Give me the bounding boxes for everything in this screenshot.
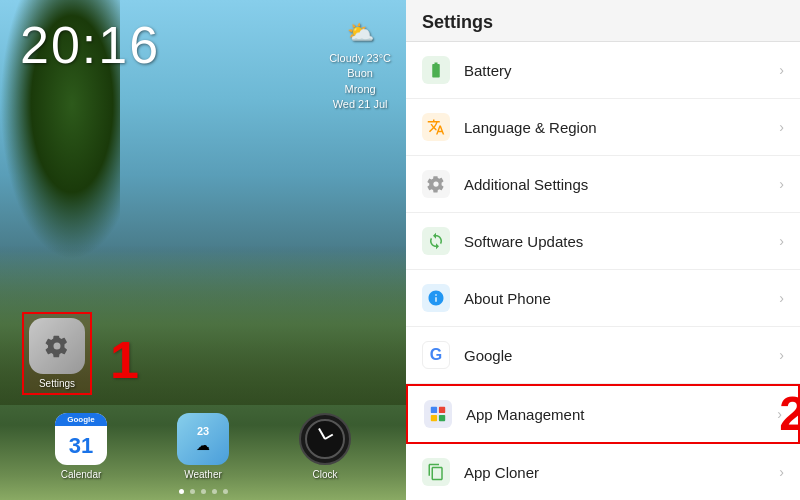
dot-1 [179, 489, 184, 494]
battery-chevron: › [779, 62, 784, 78]
weather-condition: Buon [329, 66, 391, 81]
calendar-icon[interactable]: Google 31 [55, 413, 107, 465]
google-g-letter: G [430, 346, 442, 364]
settings-item-google[interactable]: G Google › [406, 327, 800, 384]
settings-item-software[interactable]: Software Updates › [406, 213, 800, 270]
clock-face [305, 419, 345, 459]
settings-list: Battery › Language & Region › Additional… [406, 42, 800, 500]
calendar-app[interactable]: Google 31 Calendar [55, 413, 107, 480]
dot-3 [201, 489, 206, 494]
settings-item-battery[interactable]: Battery › [406, 42, 800, 99]
language-icon [422, 113, 450, 141]
weather-app[interactable]: 23 ☁ Weather [177, 413, 229, 480]
clock-app-icon[interactable] [299, 413, 351, 465]
weather-date: Wed 21 Jul [329, 97, 391, 112]
settings-panel: Settings Battery › Language & Region › A… [406, 0, 800, 500]
weather-app-label: Weather [184, 469, 222, 480]
battery-label: Battery [464, 62, 779, 79]
language-chevron: › [779, 119, 784, 135]
appmanagement-label: App Management [466, 406, 777, 423]
weather-widget: ⛅ Cloudy 23°C Buon Mrong Wed 21 Jul [329, 18, 391, 112]
google-label: Google [464, 347, 779, 364]
dot-2 [190, 489, 195, 494]
settings-title: Settings [406, 0, 800, 42]
appcloner-label: App Cloner [464, 464, 779, 481]
settings-app-label: Settings [28, 378, 86, 389]
software-label: Software Updates [464, 233, 779, 250]
software-chevron: › [779, 233, 784, 249]
calendar-date: 31 [55, 426, 107, 465]
step-1-label: 1 [110, 330, 139, 390]
language-label: Language & Region [464, 119, 779, 136]
settings-item-appcloner[interactable]: App Cloner › [406, 444, 800, 500]
phone-screen: 20:16 ⛅ Cloudy 23°C Buon Mrong Wed 21 Ju… [0, 0, 406, 500]
google-chevron: › [779, 347, 784, 363]
settings-app-container[interactable]: Settings [22, 312, 92, 395]
additional-label: Additional Settings [464, 176, 779, 193]
appcloner-icon [422, 458, 450, 486]
settings-item-about[interactable]: About Phone › [406, 270, 800, 327]
about-icon [422, 284, 450, 312]
weather-temp: Cloudy 23°C [329, 51, 391, 66]
dot-4 [212, 489, 217, 494]
step-2-label: 2 [779, 390, 800, 438]
weather-app-icon[interactable]: 23 ☁ [177, 413, 229, 465]
appmanagement-icon [424, 400, 452, 428]
clock-time: 20:16 [20, 15, 160, 75]
page-indicator [0, 489, 406, 494]
weather-icon: ⛅ [329, 18, 391, 49]
google-icon: G [422, 341, 450, 369]
app-dock: Google 31 Calendar 23 ☁ Weather Clock [0, 413, 406, 480]
calendar-header: Google [55, 413, 107, 426]
weather-app-cloud-icon: ☁ [196, 437, 210, 453]
svg-rect-3 [439, 415, 445, 421]
weather-app-number: 23 [197, 425, 209, 437]
clock-app-label: Clock [312, 469, 337, 480]
settings-item-appmanagement[interactable]: App Management › 2 [406, 384, 800, 444]
clock-minute-hand [325, 434, 334, 440]
about-label: About Phone [464, 290, 779, 307]
additional-icon [422, 170, 450, 198]
appcloner-chevron: › [779, 464, 784, 480]
settings-item-language[interactable]: Language & Region › [406, 99, 800, 156]
svg-rect-2 [431, 415, 437, 421]
svg-rect-0 [431, 407, 437, 413]
about-chevron: › [779, 290, 784, 306]
clock-app[interactable]: Clock [299, 413, 351, 480]
weather-location: Mrong [329, 82, 391, 97]
dot-5 [223, 489, 228, 494]
additional-chevron: › [779, 176, 784, 192]
settings-app-icon[interactable] [29, 318, 85, 374]
software-icon [422, 227, 450, 255]
battery-icon [422, 56, 450, 84]
settings-item-additional[interactable]: Additional Settings › [406, 156, 800, 213]
svg-rect-1 [439, 407, 445, 413]
calendar-label: Calendar [61, 469, 102, 480]
